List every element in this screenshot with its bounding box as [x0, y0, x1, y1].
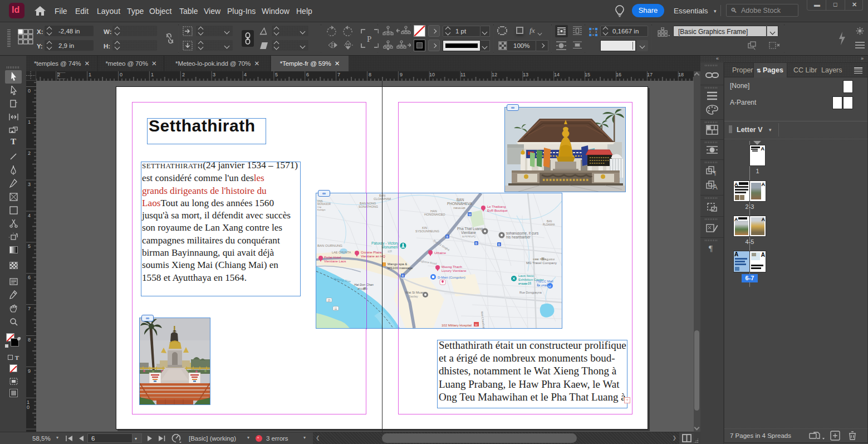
svg-text:MG Travel Company: MG Travel Company [526, 261, 557, 265]
svg-text:15: 15 [585, 72, 590, 77]
svg-text:Hat Don Chan: Hat Don Chan [354, 283, 374, 286]
svg-text:0: 0 [120, 72, 122, 77]
svg-text:A: A [713, 183, 718, 191]
svg-text:Vientiane Laos: Vientiane Laos [324, 260, 346, 263]
svg-text:9: 9 [28, 368, 31, 374]
svg-text:16: 16 [616, 72, 621, 77]
svg-text:ຊີຣ ມາໜສີວີ༈: ຊີຣ ມາໜສີວີ༈ [537, 284, 551, 287]
svg-text:12: 12 [492, 72, 497, 77]
svg-text:B: B [475, 242, 478, 245]
svg-text:B: B [402, 274, 404, 277]
svg-text:7: 7 [337, 72, 340, 77]
svg-text:SYSOUNHEUNG: SYSOUNHEUNG [415, 230, 439, 233]
svg-text:13: 13 [523, 72, 528, 77]
svg-text:4: 4 [28, 213, 31, 218]
svg-text:11: 11 [460, 72, 465, 77]
svg-text:14: 14 [554, 72, 560, 77]
svg-text:8: 8 [28, 337, 31, 343]
svg-text:BAN: BAN [457, 198, 464, 202]
svg-text:ພຘາຕາດ༙ມາງ: ພຘາຕາດ༙ມາງ [462, 235, 475, 238]
svg-text:PHONNAHEVA: PHONNAHEVA [447, 202, 473, 206]
svg-text:3: 3 [28, 182, 31, 187]
svg-text:H: H [475, 323, 477, 326]
svg-text:ITECC Mall: ITECC Mall [536, 280, 553, 283]
svg-text:Poilai Hotel: Poilai Hotel [324, 256, 341, 259]
svg-text:Le Thatkang: Le Thatkang [487, 205, 506, 208]
svg-text:P: P [367, 35, 371, 43]
svg-text:17: 17 [647, 72, 653, 77]
svg-text:6: 6 [28, 275, 31, 280]
svg-text:1: 1 [151, 72, 154, 77]
svg-text:Saolay: Saolay [409, 295, 418, 298]
svg-text:Luxury Vientiane: Luxury Vientiane [442, 269, 467, 272]
svg-text:B: B [447, 235, 449, 238]
svg-text:0: 0 [28, 88, 31, 94]
svg-text:5: 5 [275, 72, 278, 77]
svg-text:8: 8 [369, 72, 371, 77]
svg-text:Mango spa &: Mango spa & [388, 262, 407, 266]
svg-text:ບອຣ າ຤ອ໔ມະມ: ບອຣ າ຤ອ໔ມະມ [533, 257, 555, 261]
svg-text:M: M [469, 213, 472, 216]
svg-text:ອາໜອອ-ບຶກິ: ອາໜອອ-ບຶກິ [518, 282, 531, 285]
svg-text:2: 2 [28, 150, 31, 156]
svg-text:5: 5 [28, 243, 31, 249]
svg-text:102 Military Hospital: 102 Military Hospital [442, 324, 472, 327]
svg-text:BAN OURNUNG: BAN OURNUNG [317, 244, 342, 247]
svg-text:18: 18 [678, 72, 684, 77]
svg-text:Rue Dongpayna: Rue Dongpayna [519, 291, 542, 294]
svg-text:MS100 massage: MS100 massage [388, 266, 413, 270]
svg-text:23: 23 [328, 299, 331, 302]
svg-text:¶: ¶ [713, 169, 716, 176]
svg-text:6: 6 [306, 72, 309, 77]
svg-text:Vientiane: Vientiane [461, 231, 476, 235]
svg-text:1: 1 [28, 119, 31, 125]
svg-text:Urbaine: Urbaine [434, 251, 447, 255]
svg-text:9: 9 [400, 72, 403, 77]
svg-text:B: B [498, 243, 501, 246]
svg-text:sohanusome, it curs: sohanusome, it curs [506, 231, 539, 235]
svg-text:11: 11 [335, 308, 337, 310]
svg-text:Monument: Monument [381, 245, 399, 249]
svg-text:ม์(R: ม์(R [388, 250, 392, 253]
svg-text:10: 10 [429, 72, 435, 77]
svg-text:4: 4 [244, 72, 247, 77]
svg-text:Laos Iteco: Laos Iteco [518, 274, 534, 277]
svg-text:D-Mart (Congolon): D-Mart (Congolon) [438, 276, 465, 279]
svg-text:SONATHONG: SONATHONG [359, 205, 378, 208]
svg-text:EvR Boutique: EvR Boutique [487, 209, 508, 212]
svg-text:0: 0 [27, 404, 30, 410]
svg-text:2: 2 [182, 72, 185, 77]
svg-text:3: 3 [213, 72, 215, 77]
svg-text:ກອນບມທ: ກອນບມທ [453, 206, 465, 209]
svg-text:his heartbarber: his heartbarber [506, 235, 531, 239]
svg-text:1: 1 [89, 72, 91, 77]
svg-text:HONGNAICEO: HONGNAICEO [424, 213, 445, 216]
svg-text:Crowne Plaza: Crowne Plaza [361, 251, 382, 254]
svg-text:BAN: BAN [547, 220, 552, 223]
svg-text:7: 7 [28, 306, 31, 311]
svg-text:Muong Thanh: Muong Thanh [442, 265, 462, 269]
svg-text:PLOANHA: PLOANHA [543, 223, 555, 226]
svg-text:Komlgm: Komlgm [317, 208, 326, 211]
svg-text:LAE CHUNTA: LAE CHUNTA [332, 251, 351, 254]
